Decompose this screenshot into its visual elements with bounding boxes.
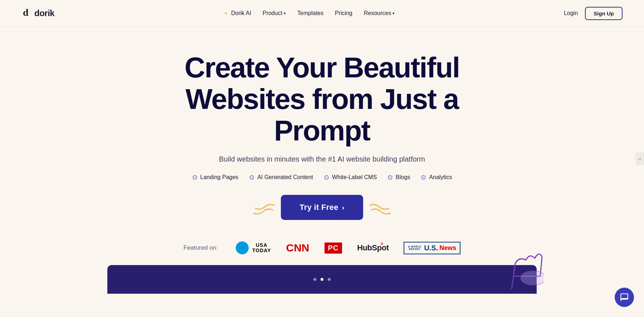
hero-subtitle: Build websites in minutes with the #1 AI… xyxy=(219,155,425,163)
signup-button[interactable]: Sign Up xyxy=(585,7,623,20)
hero-title: Create Your Beautiful Websites from Just… xyxy=(143,52,501,147)
feature-ai-content: ⊙ AI Generated Content xyxy=(249,173,313,181)
try-free-button[interactable]: Try it Free › xyxy=(281,195,363,220)
preview-wrapper xyxy=(0,265,644,294)
check-icon-ai: ⊙ xyxy=(249,173,254,181)
svg-point-1 xyxy=(521,271,544,285)
feature-blogs: ⊙ Blogs xyxy=(387,173,410,181)
usa-today-dot xyxy=(236,241,249,254)
logo-pc-mag: PC xyxy=(325,242,342,254)
check-icon-white: ⊙ xyxy=(324,173,329,181)
logo-usa-today: USATODAY xyxy=(236,241,271,254)
nav-label-pricing: Pricing xyxy=(335,10,352,16)
nav-right: Login Sign Up xyxy=(564,7,623,20)
crown-decoration xyxy=(479,249,544,294)
usnews-left: & WORLDREPORT xyxy=(408,245,421,250)
login-button[interactable]: Login xyxy=(564,10,578,16)
chat-bubble-button[interactable] xyxy=(615,288,634,307)
logo[interactable]: d dorik xyxy=(21,6,54,21)
scroll-indicator-text: ›‹ xyxy=(638,156,641,162)
hero-title-line2: Websites from Just a Prompt xyxy=(185,83,458,147)
logo-cnn: CNN xyxy=(286,242,309,254)
preview-dot-1 xyxy=(313,278,316,281)
usnews-news-text: News xyxy=(439,244,456,252)
hero-title-line1: Create Your Beautiful xyxy=(185,52,460,83)
scroll-indicator[interactable]: ›‹ xyxy=(636,153,644,165)
svg-text:d: d xyxy=(23,7,29,18)
feature-label-white: White-Label CMS xyxy=(332,174,377,181)
feature-label-analytics: Analytics xyxy=(429,174,452,181)
chevron-down-icon-resources: ▾ xyxy=(392,11,395,16)
nav-label-templates: Templates xyxy=(297,10,323,16)
logo-us-news: & WORLDREPORT U.S. News xyxy=(404,242,460,254)
logo-icon: d xyxy=(21,6,34,21)
squiggle-right-icon xyxy=(367,201,392,216)
preview-dot-3 xyxy=(328,278,331,281)
usnews-small-text: & WORLDREPORT xyxy=(408,245,421,250)
nav-item-resources[interactable]: Resources ▾ xyxy=(364,10,395,16)
bottom-preview xyxy=(107,265,537,294)
nav-item-dorik-ai[interactable]: ✦ Dorik AI xyxy=(224,10,251,17)
chevron-down-icon: ▾ xyxy=(284,11,286,16)
hubspot-orange-dot xyxy=(381,242,383,245)
logo-text: dorik xyxy=(34,8,54,18)
nav-item-pricing[interactable]: Pricing xyxy=(335,10,352,16)
check-icon-landing: ⊙ xyxy=(192,173,197,181)
featured-label: Featured on: xyxy=(184,244,218,251)
nav-item-templates[interactable]: Templates xyxy=(297,10,323,16)
feature-landing-pages: ⊙ Landing Pages xyxy=(192,173,239,181)
pc-badge: PC xyxy=(325,242,342,254)
hubspot-s: S xyxy=(372,243,377,253)
featured-logos: USATODAY CNN PC Hub S p ot xyxy=(236,241,460,254)
cta-area: Try it Free › xyxy=(252,195,391,220)
check-icon-analytics: ⊙ xyxy=(421,173,426,181)
cta-label: Try it Free xyxy=(299,203,338,212)
hero-features: ⊙ Landing Pages ⊙ AI Generated Content ⊙… xyxy=(192,173,452,181)
squiggle-left-icon xyxy=(252,201,277,216)
feature-label-landing: Landing Pages xyxy=(200,174,239,181)
featured-section: Featured on: USATODAY CNN PC Hub S xyxy=(169,241,475,265)
nav-center: ✦ Dorik AI Product ▾ Templates Pricing R… xyxy=(224,10,395,17)
nav-label-resources: Resources xyxy=(364,10,391,16)
usa-today-text: USATODAY xyxy=(252,242,271,254)
preview-dot-2 xyxy=(321,278,323,281)
nav-label-dorik-ai: Dorik AI xyxy=(231,10,251,16)
star-icon: ✦ xyxy=(224,10,228,17)
chat-icon xyxy=(620,293,629,302)
hubspot-spot: p xyxy=(377,243,382,253)
usnews-us-text: U.S. xyxy=(424,244,438,252)
nav-label-product: Product xyxy=(263,10,282,16)
check-icon-blogs: ⊙ xyxy=(387,173,393,181)
hero-section: Create Your Beautiful Websites from Just… xyxy=(0,27,644,265)
cta-arrow-icon: › xyxy=(342,203,345,212)
navbar: d dorik ✦ Dorik AI Product ▾ Templates P… xyxy=(0,0,644,27)
nav-item-product[interactable]: Product ▾ xyxy=(263,10,286,16)
feature-white-label: ⊙ White-Label CMS xyxy=(324,173,377,181)
logo-hubspot: Hub S p ot xyxy=(357,243,389,253)
feature-label-ai: AI Generated Content xyxy=(257,174,313,181)
feature-analytics: ⊙ Analytics xyxy=(421,173,452,181)
hero-wrapper: Create Your Beautiful Websites from Just… xyxy=(0,27,644,294)
hubspot-text: Hub xyxy=(357,243,372,253)
feature-label-blogs: Blogs xyxy=(396,174,410,181)
